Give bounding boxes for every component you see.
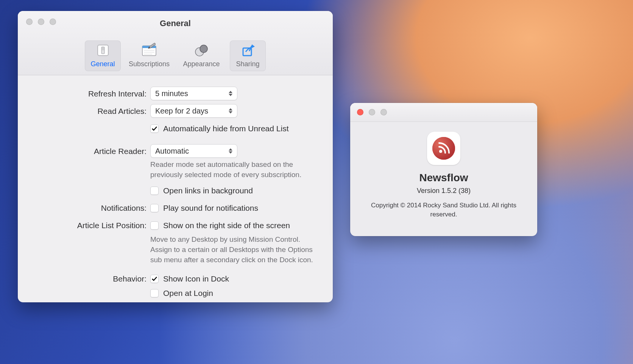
play-sound-checkbox[interactable]: Play sound for notifications xyxy=(150,202,258,214)
preferences-body: Refresh Interval: 5 minutes Read Article… xyxy=(18,75,333,302)
about-window: Newsflow Version 1.5.2 (38) Copyright © … xyxy=(350,103,537,236)
zoom-button[interactable] xyxy=(380,109,387,115)
svg-marker-14 xyxy=(229,91,232,93)
show-right-label: Show on the right side of the screen xyxy=(163,220,290,231)
svg-marker-13 xyxy=(252,44,255,48)
app-copyright: Copyright © 2014 Rocky Sand Studio Ltd. … xyxy=(350,201,537,219)
svg-marker-16 xyxy=(229,108,232,110)
open-at-login-label: Open at Login xyxy=(163,288,213,299)
traffic-lights xyxy=(357,109,387,115)
tab-subscriptions-label: Subscriptions xyxy=(125,60,173,68)
auto-hide-checkbox[interactable]: Automatically hide from Unread List xyxy=(150,123,288,134)
tab-general-label: General xyxy=(85,60,121,68)
tab-subscriptions[interactable]: Subscriptions xyxy=(125,40,173,71)
svg-point-11 xyxy=(200,45,207,53)
app-name: Newsflow xyxy=(350,172,537,184)
tab-sharing-label: Sharing xyxy=(230,60,266,68)
checkbox-icon xyxy=(150,204,159,212)
tab-general[interactable]: General xyxy=(85,40,121,71)
share-icon xyxy=(240,42,256,59)
preferences-titlebar: General General xyxy=(18,11,333,75)
tab-sharing[interactable]: Sharing xyxy=(230,40,266,71)
checkbox-icon xyxy=(150,187,159,195)
window-title: General xyxy=(18,19,333,28)
svg-marker-18 xyxy=(229,148,232,151)
close-button[interactable] xyxy=(357,109,363,115)
svg-rect-2 xyxy=(102,47,104,50)
label-behavior: Behavior: xyxy=(37,272,150,286)
stepper-icon xyxy=(228,91,233,96)
label-article-reader: Article Reader: xyxy=(37,144,150,159)
label-article-list-position: Article List Position: xyxy=(37,218,150,233)
svg-point-22 xyxy=(439,150,442,153)
checkbox-icon xyxy=(150,275,159,283)
stepper-icon xyxy=(228,108,233,114)
read-articles-popup[interactable]: Keep for 2 days xyxy=(150,104,237,118)
open-links-background-label: Open links in background xyxy=(163,185,253,196)
checkbox-icon xyxy=(150,124,159,133)
label-refresh-interval: Refresh Interval: xyxy=(37,87,150,101)
about-body: Newsflow Version 1.5.2 (38) Copyright © … xyxy=(350,122,537,219)
circles-icon xyxy=(193,42,210,59)
refresh-interval-value: 5 minutes xyxy=(155,89,188,98)
tab-appearance-label: Appearance xyxy=(178,60,225,68)
show-right-checkbox[interactable]: Show on the right side of the screen xyxy=(150,220,290,231)
read-articles-value: Keep for 2 days xyxy=(155,107,208,115)
svg-marker-15 xyxy=(229,94,232,96)
play-sound-label: Play sound for notifications xyxy=(163,202,258,214)
switch-icon xyxy=(95,42,111,59)
minimize-button[interactable] xyxy=(369,109,375,115)
checkbox-icon xyxy=(150,289,159,297)
list-position-hint: Move to any Desktop by using Mission Con… xyxy=(150,234,314,265)
about-titlebar xyxy=(350,103,537,122)
open-at-login-checkbox[interactable]: Open at Login xyxy=(150,288,213,299)
preferences-window: General General xyxy=(18,11,333,302)
label-notifications: Notifications: xyxy=(37,201,150,215)
refresh-interval-popup[interactable]: 5 minutes xyxy=(150,87,237,100)
show-dock-icon-checkbox[interactable]: Show Icon in Dock xyxy=(150,273,229,285)
checkbox-icon xyxy=(150,221,159,230)
notepad-icon xyxy=(141,42,157,59)
stepper-icon xyxy=(228,148,233,154)
svg-marker-19 xyxy=(229,151,232,154)
preferences-toolbar: General Subscrip xyxy=(18,40,333,71)
auto-hide-label: Automatically hide from Unread List xyxy=(163,123,288,134)
app-version: Version 1.5.2 (38) xyxy=(350,187,537,195)
tab-appearance[interactable]: Appearance xyxy=(178,40,225,71)
article-reader-popup[interactable]: Automatic xyxy=(150,144,237,158)
article-reader-hint: Reader mode set automatically based on t… xyxy=(150,159,314,180)
app-icon xyxy=(427,132,460,165)
article-reader-value: Automatic xyxy=(155,147,189,156)
open-links-background-checkbox[interactable]: Open links in background xyxy=(150,185,253,196)
label-read-articles: Read Articles: xyxy=(37,104,150,118)
show-dock-icon-label: Show Icon in Dock xyxy=(163,273,229,285)
svg-marker-17 xyxy=(229,111,232,114)
